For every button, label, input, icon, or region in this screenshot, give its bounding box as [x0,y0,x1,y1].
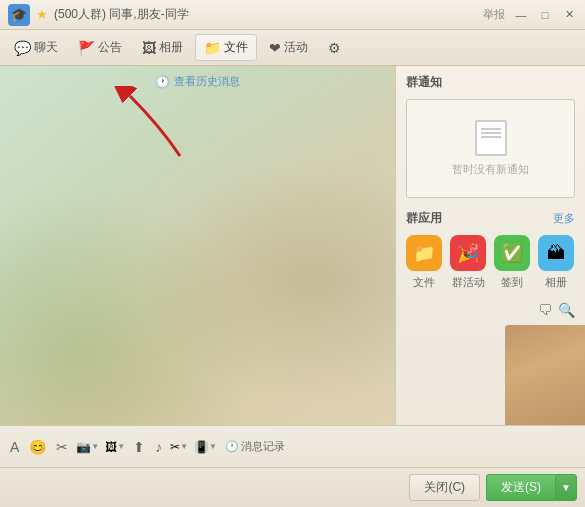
title-bar: 🎓 ★ (500人群) 同事,朋友-同学 举报 — □ ✕ [0,0,585,30]
tab-settings[interactable]: ⚙ [320,36,349,60]
tab-album-label: 相册 [159,39,183,56]
title-star: ★ [36,7,48,22]
history-link[interactable]: 🕐 查看历史消息 [155,74,240,89]
report-button[interactable]: 举报 [483,7,505,22]
chat-small-icon1[interactable]: 🗨 [538,302,552,318]
screenshot-arrow: ▼ [91,442,99,451]
background-scenery [0,66,395,425]
clock-icon: 🕐 [155,75,170,89]
font-icon[interactable]: A [8,437,21,457]
apps-grid: 📁 文件 🎉 群活动 ✅ 签到 🏔 相册 [396,231,585,298]
tab-activity[interactable]: ❤ 活动 [261,35,316,60]
app-file-icon: 📁 [406,235,442,271]
app-file[interactable]: 📁 文件 [406,235,442,290]
group-apps-title: 群应用 [406,210,442,227]
app-activity-label: 群活动 [452,275,485,290]
chat-icons-row: 🗨 🔍 [406,302,575,318]
photo-thumb-inner [505,325,585,425]
tab-chat-label: 聊天 [34,39,58,56]
image-btn[interactable]: 🖼 ▼ [105,440,125,454]
shake-arrow: ▼ [209,442,217,451]
title-bar-controls: 举报 — □ ✕ [483,7,577,22]
notify-box: 暂时没有新通知 [406,99,575,198]
tab-chat[interactable]: 💬 聊天 [6,35,66,60]
tab-notice-label: 公告 [98,39,122,56]
group-icon: 🎓 [8,4,30,26]
right-panel: 群通知 暂时没有新通知 群应用 更多 📁 文件 🎉 群活动 ✅ 签到 🏔 [395,66,585,425]
app-checkin[interactable]: ✅ 签到 [494,235,530,290]
screenshot-btn[interactable]: 📷 ▼ [76,440,99,454]
history-link-text: 查看历史消息 [174,74,240,89]
main-area: 🕐 查看历史消息 群通知 暂时没有新通知 群应用 更多 [0,66,585,425]
tab-notice[interactable]: 🚩 公告 [70,35,130,60]
image-icon: 🖼 [105,440,117,454]
bottom-bar: 关闭(C) 发送(S) ▼ [0,467,585,507]
app-activity-icon: 🎉 [450,235,486,271]
screenshot-icon: 📷 [76,440,91,454]
notice-icon: 🚩 [78,40,95,56]
send-dropdown-button[interactable]: ▼ [555,474,577,501]
app-album-icon: 🏔 [538,235,574,271]
group-apps-header: 群应用 更多 [396,202,585,231]
edit-bar: A 😊 ✂ 📷 ▼ 🖼 ▼ ⬆ ♪ ✂ ▼ 📳 ▼ 🕐 消息记录 [0,425,585,467]
file-icon: 📁 [204,40,221,56]
activity-icon: ❤ [269,40,281,56]
history-record-btn[interactable]: 🕐 消息记录 [225,439,285,454]
group-notify-title: 群通知 [396,66,585,95]
scissors-btn[interactable]: ✂ ▼ [170,440,188,454]
send-button[interactable]: 发送(S) [486,474,555,501]
photo-thumbnail [505,325,585,425]
app-checkin-label: 签到 [501,275,523,290]
history-record-label: 消息记录 [241,439,285,454]
clock-icon2: 🕐 [225,440,239,453]
tab-file[interactable]: 📁 文件 [195,34,257,61]
image-arrow: ▼ [117,442,125,451]
app-checkin-icon: ✅ [494,235,530,271]
scissors-arrow: ▼ [180,442,188,451]
send-btn-group: 发送(S) ▼ [486,474,577,501]
tab-album[interactable]: 🖼 相册 [134,35,191,60]
maximize-button[interactable]: □ [537,8,553,22]
app-file-label: 文件 [413,275,435,290]
app-album[interactable]: 🏔 相册 [538,235,574,290]
tab-file-label: 文件 [224,39,248,56]
minimize-button[interactable]: — [513,8,529,22]
tools-icon[interactable]: ✂ [54,437,70,457]
right-bottom: 🗨 🔍 tER [396,298,585,425]
scissors-icon: ✂ [170,440,180,454]
upload-icon[interactable]: ⬆ [131,437,147,457]
shake-btn[interactable]: 📳 ▼ [194,440,217,454]
app-album-label: 相册 [545,275,567,290]
tab-activity-label: 活动 [284,39,308,56]
app-activity[interactable]: 🎉 群活动 [450,235,486,290]
settings-icon: ⚙ [328,40,341,56]
close-chat-button[interactable]: 关闭(C) [409,474,480,501]
notify-doc-icon [475,120,507,156]
more-apps-link[interactable]: 更多 [553,211,575,226]
notify-empty-text: 暂时没有新通知 [452,162,529,177]
shake-icon: 📳 [194,440,209,454]
music-icon[interactable]: ♪ [153,437,164,457]
tab-bar: 💬 聊天 🚩 公告 🖼 相册 📁 文件 ❤ 活动 ⚙ [0,30,585,66]
close-window-button[interactable]: ✕ [561,8,577,22]
album-icon: 🖼 [142,40,156,56]
title-bar-left: 🎓 ★ (500人群) 同事,朋友-同学 [8,4,189,26]
emoji-icon[interactable]: 😊 [27,437,48,457]
chat-icon: 💬 [14,40,31,56]
group-title: (500人群) 同事,朋友-同学 [54,6,189,23]
chat-small-icon2[interactable]: 🔍 [558,302,575,318]
chat-area: 🕐 查看历史消息 [0,66,395,425]
